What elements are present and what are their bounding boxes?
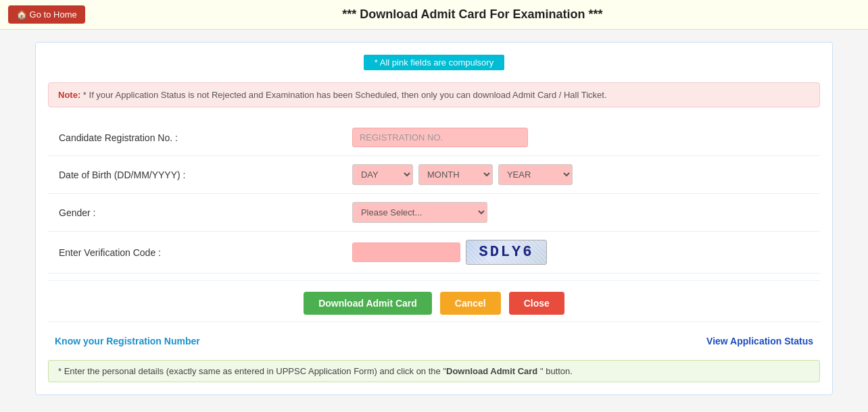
info-note-link-text: Download Admit Card xyxy=(446,366,537,376)
captcha-image: SDLY6 xyxy=(466,240,547,265)
go-to-home-button[interactable]: 🏠 Go to Home xyxy=(8,5,85,24)
dob-day-select[interactable]: DAY xyxy=(352,164,413,185)
registration-input[interactable] xyxy=(352,128,528,147)
note-box: Note: * If your Application Status is no… xyxy=(48,82,820,107)
gender-select[interactable]: Please Select... Male Female Other xyxy=(352,202,487,223)
compulsory-notice: * All pink fields are compulsory xyxy=(48,55,820,70)
registration-label: Candidate Registration No. : xyxy=(48,120,341,156)
main-container: * All pink fields are compulsory Note: *… xyxy=(35,42,833,395)
compulsory-badge: * All pink fields are compulsory xyxy=(364,55,504,70)
form-table: Candidate Registration No. : Date of Bir… xyxy=(48,120,820,274)
note-text: * If your Application Status is not Reje… xyxy=(83,90,607,100)
download-admit-card-button[interactable]: Download Admit Card xyxy=(304,292,432,315)
dob-label: Date of Birth (DD/MM/YYYY) : xyxy=(48,156,341,194)
info-note: * Enter the personal details (exactly sa… xyxy=(48,360,820,382)
dob-year-select[interactable]: YEAR xyxy=(498,164,573,185)
know-registration-link[interactable]: Know your Registration Number xyxy=(55,336,200,346)
links-row: Know your Registration Number View Appli… xyxy=(48,332,820,353)
close-button[interactable]: Close xyxy=(509,292,564,315)
info-note-prefix: * Enter the personal details (exactly sa… xyxy=(58,366,446,376)
info-note-suffix: " button. xyxy=(537,366,573,376)
buttons-row: Download Admit Card Cancel Close xyxy=(48,280,820,322)
verification-label: Enter Verification Code : xyxy=(48,232,341,274)
page-title: *** Download Admit Card For Examination … xyxy=(85,7,860,22)
note-label: Note: xyxy=(58,90,80,100)
gender-row: Gender : Please Select... Male Female Ot… xyxy=(48,194,820,232)
registration-row: Candidate Registration No. : xyxy=(48,120,820,156)
cancel-button[interactable]: Cancel xyxy=(440,292,501,315)
gender-label: Gender : xyxy=(48,194,341,232)
dob-month-select[interactable]: MONTH xyxy=(418,164,493,185)
dob-selects: DAY MONTH YEAR xyxy=(352,164,809,185)
top-header: 🏠 Go to Home *** Download Admit Card For… xyxy=(0,0,868,30)
dob-row-container: Date of Birth (DD/MM/YYYY) : DAY MONTH Y… xyxy=(48,156,820,194)
verification-row: Enter Verification Code : SDLY6 xyxy=(48,232,820,274)
verification-input[interactable] xyxy=(352,242,460,262)
view-application-status-link[interactable]: View Application Status xyxy=(706,336,813,346)
verification-controls: SDLY6 xyxy=(352,240,809,265)
